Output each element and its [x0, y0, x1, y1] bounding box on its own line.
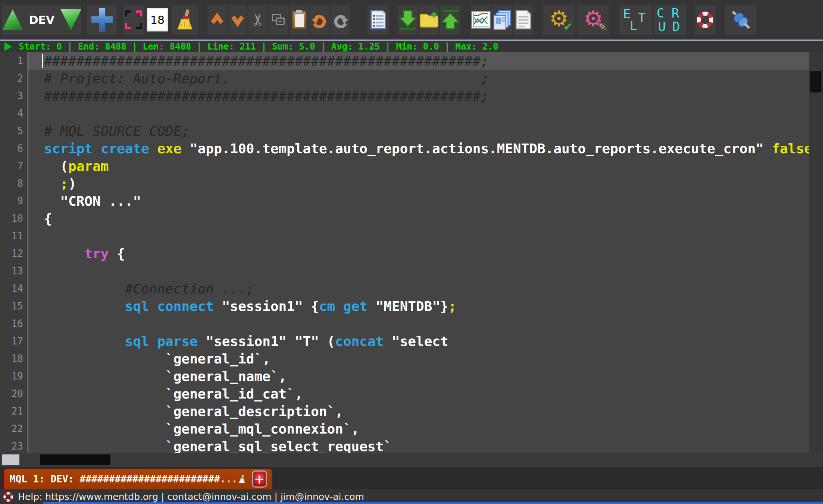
font-size-input[interactable] — [147, 8, 168, 31]
plug-icon — [729, 7, 753, 32]
tab-mql-1[interactable]: MQL 1: DEV: ########################... … — [4, 469, 272, 489]
code-line-16[interactable] — [28, 315, 809, 333]
plus-icon — [91, 8, 113, 32]
arrow-down-green-icon — [398, 9, 417, 30]
environment-label: DEV — [29, 13, 55, 26]
settings-ok-button[interactable]: ⚙ ✔ — [543, 5, 575, 35]
new-button[interactable] — [87, 5, 117, 35]
scissors-icon: ✂ — [250, 13, 266, 26]
code-line-18[interactable]: `general_id`, — [28, 350, 809, 368]
code-line-2[interactable]: # Project: Auto-Report. ; — [28, 70, 809, 87]
line-number-6: 6 — [0, 140, 23, 157]
crud-button[interactable]: C R U D — [654, 5, 686, 35]
code-line-13[interactable] — [28, 262, 809, 280]
collapse-button[interactable] — [207, 5, 227, 35]
selection-button[interactable] — [123, 5, 144, 35]
code-line-21[interactable]: `general_description`, — [28, 403, 809, 420]
chart-icon — [471, 11, 491, 29]
undo-button[interactable] — [310, 5, 329, 35]
code-line-14[interactable]: #Connection ...; — [28, 280, 809, 297]
paste-icon — [292, 11, 306, 29]
tab-label: MQL 1: DEV: ########################... — [10, 473, 237, 485]
code-line-11[interactable] — [28, 227, 809, 245]
settings-edit-button[interactable]: ⚙ ✎ — [577, 5, 609, 35]
code-line-17[interactable]: sql parse "session1" "T" (concat "select — [28, 333, 809, 350]
code-line-7[interactable]: (param — [28, 157, 809, 175]
chart-button[interactable] — [471, 5, 491, 35]
lifebuoy-icon — [696, 11, 714, 29]
undo-icon — [311, 11, 328, 28]
code-line-5[interactable]: # MQL SOURCE CODE; — [28, 122, 809, 140]
cut-button[interactable]: ✂ — [248, 5, 268, 35]
code-line-9[interactable]: "CRON ..." — [28, 192, 809, 210]
code-line-10[interactable]: { — [28, 210, 809, 227]
copy-button[interactable] — [269, 5, 288, 35]
clean-button[interactable] — [172, 5, 198, 35]
tab-add-button[interactable]: + — [252, 470, 267, 488]
crud-icon: C R U D — [654, 6, 686, 34]
editor-gutter: 1234567891011121314151617181920212223 — [0, 52, 28, 453]
load-button[interactable] — [440, 5, 460, 35]
tab-broom-icon[interactable] — [237, 474, 246, 484]
help-lifebuoy-icon — [3, 492, 13, 502]
line-number-15: 15 — [0, 297, 23, 315]
gear-check-icon: ⚙ ✔ — [546, 6, 572, 34]
elt-button[interactable]: E T L — [619, 5, 652, 35]
horizontal-scrollbar-button[interactable] — [2, 454, 19, 465]
log-button[interactable] — [367, 5, 389, 35]
code-line-1[interactable]: ########################################… — [28, 52, 809, 70]
line-number-9: 9 — [0, 192, 23, 210]
chevron-down-icon — [229, 12, 246, 28]
line-number-1: 1 — [0, 52, 23, 70]
code-line-19[interactable]: `general_name`, — [28, 368, 809, 385]
env-up-triangle-icon[interactable] — [2, 9, 23, 30]
line-number-13: 13 — [0, 262, 23, 280]
tab-bar: MQL 1: DEV: ########################... … — [0, 467, 823, 489]
line-number-20: 20 — [0, 385, 23, 403]
vertical-scrollbar[interactable] — [809, 52, 823, 453]
code-editor[interactable]: 1234567891011121314151617181920212223 ##… — [0, 52, 823, 453]
line-number-22: 22 — [0, 420, 23, 438]
code-line-23[interactable]: `general_sql_select_request` — [28, 438, 809, 453]
broom-icon — [174, 8, 195, 31]
redo-icon — [332, 11, 349, 28]
editor-code[interactable]: ########################################… — [28, 52, 809, 453]
document-icon — [515, 10, 532, 30]
code-line-22[interactable]: `general_mql_connexion`, — [28, 420, 809, 438]
help-button[interactable] — [695, 5, 716, 35]
open-button[interactable] — [419, 5, 439, 35]
save-button[interactable] — [398, 5, 418, 35]
stacked-pages-icon — [493, 10, 511, 30]
document-button[interactable] — [513, 5, 533, 35]
copy-icon — [272, 14, 285, 26]
font-size-control[interactable] — [146, 5, 169, 35]
connector-button[interactable] — [725, 5, 757, 35]
code-line-12[interactable]: try { — [28, 245, 809, 262]
line-number-23: 23 — [0, 438, 23, 453]
horizontal-scrollbar[interactable] — [0, 453, 823, 467]
line-number-4: 4 — [0, 105, 23, 122]
code-line-3[interactable]: ########################################… — [28, 87, 809, 105]
pages-button[interactable] — [492, 5, 512, 35]
code-line-6[interactable]: script create exe "app.100.template.auto… — [28, 140, 809, 157]
code-line-4[interactable] — [28, 105, 809, 122]
line-number-5: 5 — [0, 122, 23, 140]
env-down-triangle-icon[interactable] — [60, 9, 81, 30]
chevron-up-icon — [209, 12, 225, 28]
font-size-value[interactable] — [148, 9, 167, 30]
line-number-16: 16 — [0, 315, 23, 333]
code-line-20[interactable]: `general_id_cat`, — [28, 385, 809, 403]
code-line-15[interactable]: sql connect "session1" {cm get "MENTDB"}… — [28, 297, 809, 315]
line-number-11: 11 — [0, 227, 23, 245]
help-links[interactable]: Help: https://www.mentdb.org | contact@i… — [18, 491, 364, 502]
vertical-scrollbar-thumb[interactable] — [810, 71, 822, 92]
horizontal-scrollbar-thumb[interactable] — [40, 454, 110, 465]
arrow-up-green-icon — [441, 9, 460, 30]
code-line-8[interactable]: ;) — [28, 175, 809, 192]
environment-selector[interactable]: DEV — [2, 5, 81, 35]
gear-pencil-icon: ⚙ ✎ — [580, 6, 606, 34]
paste-button[interactable] — [290, 5, 309, 35]
expand-button[interactable] — [228, 5, 247, 35]
selection-stats: Start: 0 | End: 8488 | Len: 8488 | Line:… — [19, 41, 498, 52]
redo-button[interactable] — [331, 5, 350, 35]
